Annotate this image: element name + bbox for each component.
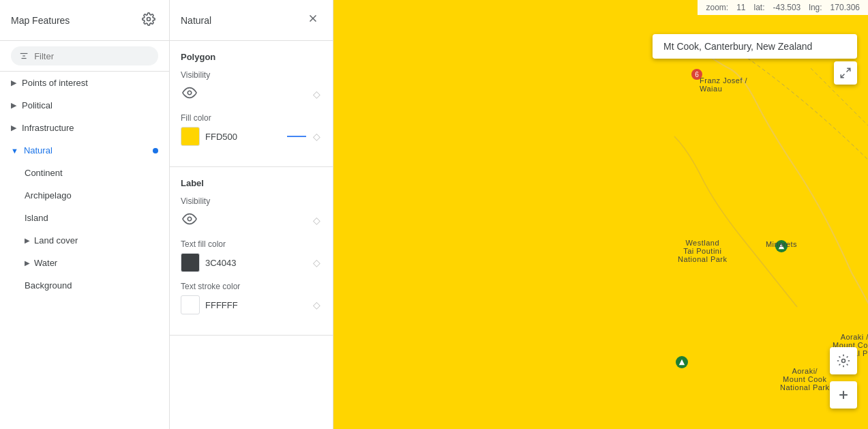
fill-color-value: FFD500 [205,132,237,142]
label-section: Label Visibility ◇ Text fill color 3C404… [170,167,333,336]
zoom-value: 11 [736,3,745,12]
sidebar-item-political[interactable]: ▶ Political [0,94,169,117]
eye-icon [182,85,197,100]
map-label-westland: WestlandTai PoutiniNational Park [678,239,728,263]
filter-bar [0,41,169,72]
sidebar-item-label: Infrastructure [22,123,74,133]
sidebar-item-label: Background [25,280,72,291]
fullscreen-button[interactable] [834,61,857,85]
chevron-right-icon: ▶ [25,259,30,267]
fullscreen-icon [839,67,852,79]
map-topbar: zoom: 11 lat: -43.503 lng: 170.306 [698,0,868,15]
svg-line-9 [841,74,844,78]
search-text: Mt Cook, Canterbury, New Zealand [663,41,812,52]
sidebar: Map Features ▶ Points of interest ▶ Pol [0,0,170,429]
svg-point-6 [188,91,192,95]
filter-icon [19,50,29,61]
svg-point-10 [842,359,845,363]
collapse-indicator [287,136,306,137]
gear-icon [142,12,155,26]
text-stroke-color-value: FFFFFF [205,300,238,310]
sidebar-item-continent[interactable]: Continent [0,162,169,184]
sidebar-title: Map Features [11,15,70,26]
location-button[interactable] [830,347,857,374]
text-stroke-color-label: Text stroke color [181,282,322,291]
sidebar-item-archipelago[interactable]: Archipelago [0,184,169,207]
sidebar-item-infrastructure[interactable]: ▶ Infrastructure [0,117,169,139]
sidebar-item-natural[interactable]: ▼ Natural [0,139,169,162]
sidebar-item-label: Archipelago [25,190,72,201]
label-visibility-label: Visibility [181,196,322,206]
location-icon [837,354,850,368]
label-visibility-toggle-button[interactable] [181,210,198,230]
sidebar-item-points-of-interest[interactable]: ▶ Points of interest [0,72,169,94]
map-label-franz-josef: Franz Josef /Waiau [700,76,747,93]
close-icon [307,12,319,25]
plus-icon [837,388,850,402]
map-area[interactable]: zoom: 11 lat: -43.503 lng: 170.306 Mt Co… [333,0,868,429]
sidebar-item-island[interactable]: Island [0,207,169,229]
reset-visibility-button[interactable]: ◇ [312,87,322,101]
sidebar-header: Map Features [0,0,169,41]
map-label-aoraki-bottom: Aoraki/Mount CookNational Park [780,367,830,391]
sidebar-item-label: Natural [24,145,53,156]
reset-text-stroke-color-button[interactable]: ◇ [312,298,322,312]
lng-value: 170.306 [830,3,860,12]
sidebar-item-background[interactable]: Background [0,274,169,297]
text-stroke-color-row: Text stroke color FFFFFF ◇ [181,282,322,314]
panel-header: Natural [170,0,333,41]
sidebar-item-label: Water [34,258,57,268]
chevron-right-icon: ▶ [11,78,16,87]
sidebar-item-water[interactable]: ▶ Water [0,252,169,274]
visibility-toggle-button[interactable] [181,84,198,104]
svg-point-0 [147,18,151,21]
settings-button[interactable] [139,10,158,31]
svg-line-8 [847,68,850,72]
sidebar-item-label: Continent [25,168,63,178]
zoom-in-button[interactable] [830,381,857,409]
text-fill-color-label: Text fill color [181,239,322,249]
sidebar-item-label: Land cover [34,235,78,246]
reset-label-visibility-button[interactable]: ◇ [312,213,322,227]
label-visibility-row: Visibility ◇ [181,196,322,230]
polygon-section-title: Polygon [181,52,322,62]
zoom-label: zoom: [706,3,728,12]
chevron-right-icon: ▶ [11,123,16,132]
active-indicator-dot [153,148,158,153]
chevron-down-icon: ▼ [11,147,18,155]
search-box: Mt Cook, Canterbury, New Zealand [653,34,857,59]
visibility-row: Visibility ◇ [181,70,322,104]
visibility-label: Visibility [181,70,322,80]
fill-color-row: Fill color FFD500 ◇ [181,113,322,146]
chevron-right-icon: ▶ [11,101,16,110]
close-button[interactable] [304,10,322,31]
text-fill-color-row: Text fill color 3C4043 ◇ [181,239,322,272]
reset-fill-color-button[interactable]: ◇ [312,130,322,143]
sidebar-item-label: Points of interest [22,78,88,88]
sidebar-item-land-cover[interactable]: ▶ Land cover [0,229,169,252]
text-fill-color-swatch[interactable] [181,253,200,272]
lat-label: lat: [754,3,765,12]
sidebar-item-label: Island [25,213,48,223]
feature-panel: Natural Polygon Visibility ◇ [170,0,333,429]
sidebar-item-label: Political [22,100,53,110]
panel-title: Natural [181,15,211,26]
text-stroke-color-swatch[interactable] [181,295,200,314]
small-poi-1 [676,356,688,368]
reset-text-fill-color-button[interactable]: ◇ [312,256,322,269]
filter-input-container [11,46,158,65]
fill-color-swatch[interactable] [181,127,200,146]
small-mountain-icon-1 [676,356,688,368]
eye-icon [182,211,197,226]
nav-list: ▶ Points of interest ▶ Political ▶ Infra… [0,72,169,429]
filter-input[interactable] [34,51,150,61]
label-section-title: Label [181,178,322,188]
minarets-poi: Minarets [775,240,788,252]
minarets-mountain-icon [775,240,788,252]
text-fill-color-value: 3C4043 [205,258,237,268]
svg-point-7 [188,217,192,221]
fill-color-label: Fill color [181,113,322,123]
notification-badge: 6 [691,69,702,80]
chevron-right-icon: ▶ [25,237,30,244]
lng-label: lng: [809,3,822,12]
